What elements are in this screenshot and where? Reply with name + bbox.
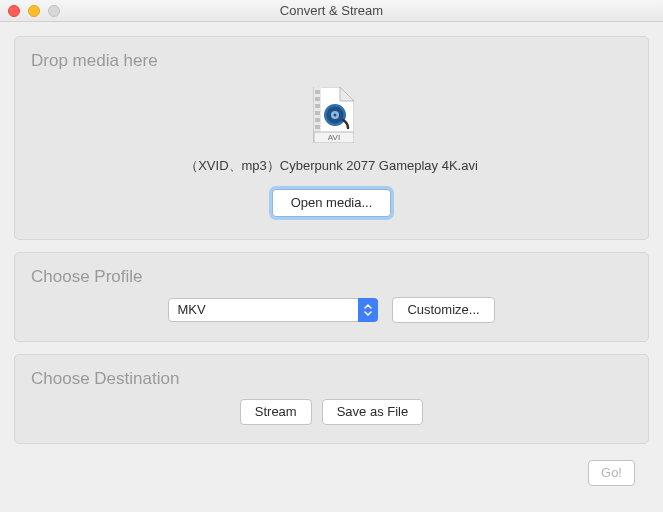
svg-rect-2 xyxy=(315,97,320,101)
avi-file-icon: AVI xyxy=(310,87,354,147)
choose-destination-panel: Choose Destination Stream Save as File xyxy=(14,354,649,444)
open-media-button[interactable]: Open media... xyxy=(272,189,392,217)
svg-rect-5 xyxy=(315,118,320,122)
go-button[interactable]: Go! xyxy=(588,460,635,486)
svg-point-10 xyxy=(333,114,336,117)
window-body: Drop media here AVI （XVID、mp3）Cyberpu xyxy=(0,22,663,496)
zoom-icon[interactable] xyxy=(48,5,60,17)
select-stepper-icon xyxy=(358,298,378,322)
close-icon[interactable] xyxy=(8,5,20,17)
customize-button[interactable]: Customize... xyxy=(392,297,494,323)
svg-rect-6 xyxy=(315,125,320,129)
save-as-file-button[interactable]: Save as File xyxy=(322,399,424,425)
profile-select[interactable]: MKV xyxy=(168,298,378,322)
choose-destination-heading: Choose Destination xyxy=(31,369,632,389)
choose-profile-panel: Choose Profile MKV Customize... xyxy=(14,252,649,342)
svg-rect-3 xyxy=(315,104,320,108)
choose-profile-heading: Choose Profile xyxy=(31,267,632,287)
titlebar: Convert & Stream xyxy=(0,0,663,22)
file-label: （XVID、mp3）Cyberpunk 2077 Gameplay 4K.avi xyxy=(31,157,632,175)
profile-selected-value: MKV xyxy=(168,298,378,322)
minimize-icon[interactable] xyxy=(28,5,40,17)
drop-area[interactable]: AVI （XVID、mp3）Cyberpunk 2077 Gameplay 4K… xyxy=(31,81,632,217)
window-title: Convert & Stream xyxy=(280,3,383,18)
file-badge-text: AVI xyxy=(327,133,339,142)
svg-rect-4 xyxy=(315,111,320,115)
footer: Go! xyxy=(14,456,649,486)
drop-media-panel: Drop media here AVI （XVID、mp3）Cyberpu xyxy=(14,36,649,240)
window-controls xyxy=(8,5,60,17)
stream-button[interactable]: Stream xyxy=(240,399,312,425)
svg-rect-1 xyxy=(315,90,320,94)
drop-media-heading: Drop media here xyxy=(31,51,632,71)
